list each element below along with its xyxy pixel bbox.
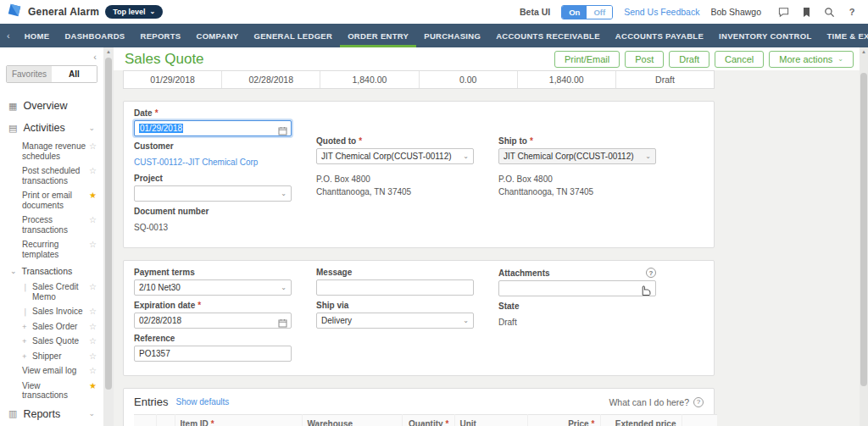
chevron-down-icon: ⌄ [88,126,95,130]
entries-table: Item ID Warehouse Quantity Unit Price Ex… [134,414,717,426]
sidebar-item-shipper[interactable]: + Shipper [0,349,103,364]
favorite-star-icon[interactable] [89,191,97,201]
nav-tab-accounts-payable[interactable]: ACCOUNTS PAYABLE [608,24,711,47]
cancel-button[interactable]: Cancel [715,51,764,68]
star-icon[interactable] [89,282,97,292]
nav-tab-company[interactable]: COMPANY [189,24,247,47]
tab-favorites[interactable]: Favorites [7,66,52,82]
scroll-up-icon[interactable]: ▲ [860,49,868,54]
sidebar-item-overview[interactable]: ▦ Overview [0,95,103,117]
chevron-down-icon: ⌄ [463,155,469,158]
beta-ui-toggle[interactable]: On Off [561,5,613,19]
chevron-down-icon: ⌄ [645,155,651,158]
sidebar-item-activities[interactable]: ▤ Activities ⌄ [0,117,103,139]
nav-tab-purchasing[interactable]: PURCHASING [416,24,488,47]
sidebar-item-sales-order[interactable]: + Sales Order [0,319,103,335]
nav-tab-time-expenses[interactable]: TIME & EXPENSES [819,24,868,47]
nav-tab-general-ledger[interactable]: GENERAL LEDGER [246,24,340,47]
attachments-input[interactable] [498,280,656,296]
sidebar-item-print-or-email-documents[interactable]: Print or email documents [0,188,103,213]
star-icon[interactable] [89,351,97,362]
sidebar-item-sales-credit-memo[interactable]: ❘ Sales Credit Memo [0,279,103,304]
entries-title: Entries [134,396,168,408]
sidebar-item-recurring-templates[interactable]: Recurring templates [0,237,103,262]
help-icon[interactable]: ? [693,397,704,407]
nav-tab-inventory-control[interactable]: INVENTORY CONTROL [711,24,819,47]
add-icon[interactable]: + [22,322,30,332]
scrollbar-thumb[interactable] [105,58,112,390]
overview-icon: ▦ [8,101,17,112]
post-button[interactable]: Post [625,51,664,68]
star-icon[interactable] [89,307,97,317]
feedback-link[interactable]: Send Us Feedback [624,7,699,17]
help-icon[interactable]: ? [646,268,656,278]
summary-total: 1,840.00 [320,71,419,88]
add-icon[interactable]: + [22,351,30,362]
nav-tab-home[interactable]: HOME [17,24,58,47]
search-icon[interactable] [823,6,835,18]
sidebar-item-view-email-log[interactable]: View email log [0,363,103,379]
sidebar-item-sales-invoice[interactable]: ❘ Sales Invoice [0,304,103,319]
favorite-star-icon[interactable] [89,381,97,391]
quoted-to-address: P.O. Box 4800 Chanttanooga, TN 37405 [316,173,474,198]
project-select[interactable]: ⌄ [134,185,292,202]
entity-selector[interactable]: Top level ⌄ [105,5,163,19]
sidebar-scrollbar[interactable]: ▲ [103,47,114,426]
payment-terms-select[interactable]: 2/10 Net30 ⌄ [134,279,292,296]
form-content: 01/29/2018 02/28/2018 1,840.00 0.00 1,84… [114,70,860,426]
tab-all[interactable]: All [52,66,97,82]
sidebar-item-transactions[interactable]: ⌄ Transactions [0,262,103,279]
customer-link[interactable]: CUST-00112--JIT Chemical Corp [134,158,258,167]
sidebar-item-manage-revenue-schedules[interactable]: Manage revenue schedules [0,139,103,163]
print-email-button[interactable]: Print/Email [554,51,620,68]
sidebar-item-sales-quote[interactable]: + Sales Quote [0,334,103,349]
add-icon[interactable]: + [22,336,30,346]
scrollbar-thumb[interactable] [860,73,867,386]
ship-to-select[interactable]: JIT Chemical Corp(CCUST-00112) ⌄ [498,148,656,164]
expiration-date-input[interactable]: 02/28/2018 [134,313,292,329]
chevron-down-icon: ⌄ [837,58,843,61]
star-icon[interactable] [89,141,97,152]
main-scrollbar[interactable]: ▲ [860,47,868,426]
show-defaults-link[interactable]: Show defaults [175,397,229,407]
calendar-icon[interactable] [278,316,287,331]
sidebar-item-process-transactions[interactable]: Process transactions [0,213,103,237]
company-logo-icon [7,3,22,21]
star-icon[interactable] [89,322,97,332]
date-input[interactable]: 01/29/2018 [134,120,292,136]
star-icon[interactable] [89,366,97,376]
required-icon [589,419,595,426]
nav-tab-accounts-receivable[interactable]: ACCOUNTS RECEIVABLE [488,24,608,47]
what-can-i-do-link[interactable]: What can I do here? [609,397,689,407]
scroll-up-icon[interactable]: ▲ [103,49,114,54]
message-input[interactable] [316,279,474,296]
sidebar-item-post-scheduled-transactions[interactable]: Post scheduled transactions [0,163,103,188]
bookmark-icon[interactable] [800,6,812,18]
user-menu[interactable]: Bob Shawgo [710,7,761,17]
sidebar-item-view-transactions[interactable]: View transactions [0,379,103,403]
draft-button[interactable]: Draft [669,51,709,68]
help-icon[interactable]: ? [846,6,858,18]
entries-card: Entries Show defaults What can I do here… [123,388,715,426]
nav-tab-order-entry[interactable]: ORDER ENTRY [340,24,416,47]
toggle-off[interactable]: Off [587,6,612,19]
comment-icon[interactable] [777,6,789,18]
nav-scroll-left-icon[interactable]: ‹ [0,24,17,47]
reference-input[interactable] [134,346,292,362]
summary-paid: 0.00 [420,71,518,88]
toggle-on[interactable]: On [562,6,587,19]
calendar-icon[interactable] [278,124,287,139]
star-icon[interactable] [89,336,97,346]
nav-tab-reports[interactable]: REPORTS [132,24,188,47]
ship-via-select[interactable]: Delivery ⌄ [316,313,474,329]
quoted-to-select[interactable]: JIT Chemical Corp(CCUST-00112) ⌄ [316,148,474,164]
summary-row: 01/29/2018 02/28/2018 1,840.00 0.00 1,84… [123,70,715,89]
sidebar-collapse-icon[interactable]: ‹ [93,52,97,62]
state-value: Draft [498,318,517,327]
more-actions-button[interactable]: More actions ⌄ [769,51,854,68]
star-icon[interactable] [89,240,97,250]
star-icon[interactable] [89,166,97,176]
nav-tab-dashboards[interactable]: DASHBOARDS [57,24,132,47]
star-icon[interactable] [89,215,97,225]
sidebar-item-reports[interactable]: ▥ Reports ⌄ [0,403,103,425]
